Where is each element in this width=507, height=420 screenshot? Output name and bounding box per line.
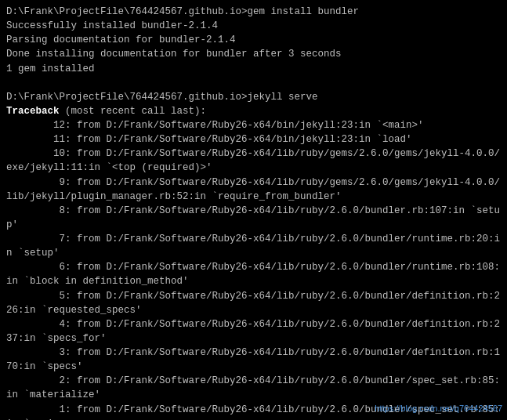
line-text: D:\Frank\ProjectFile\764424567.github.io…	[6, 92, 318, 103]
terminal-line-14: 7: from D:/Frank/Software/Ruby26-x64/lib…	[6, 232, 501, 260]
line-text: 12: from D:/Frank/Software/Ruby26-x64/bi…	[6, 120, 424, 131]
line-text: Done installing documentation for bundle…	[6, 49, 342, 60]
terminal-line-6	[6, 76, 501, 90]
terminal-line-9: 12: from D:/Frank/Software/Ruby26-x64/bi…	[6, 118, 501, 132]
terminal-line-18: 3: from D:/Frank/Software/Ruby26-x64/lib…	[6, 346, 501, 374]
line-text: 10: from D:/Frank/Software/Ruby26-x64/li…	[6, 148, 500, 173]
terminal-line-11: 10: from D:/Frank/Software/Ruby26-x64/li…	[6, 147, 501, 175]
terminal-line-17: 4: from D:/Frank/Software/Ruby26-x64/lib…	[6, 317, 501, 346]
terminal-line-3: Parsing documentation for bundler-2.1.4	[6, 33, 501, 47]
line-text: 9: from D:/Frank/Software/Ruby26-x64/lib…	[6, 177, 500, 202]
traceback-label: Traceback	[6, 106, 60, 117]
line-text: 4: from D:/Frank/Software/Ruby26-x64/lib…	[6, 319, 500, 344]
line-text: Successfully installed bundler-2.1.4	[6, 20, 218, 31]
line-text: 2: from D:/Frank/Software/Ruby26-x64/lib…	[6, 375, 500, 400]
line-text: 3: from D:/Frank/Software/Ruby26-x64/lib…	[6, 347, 500, 372]
terminal-line-1: D:\Frank\ProjectFile\764424567.github.io…	[6, 5, 501, 19]
line-text: Parsing documentation for bundler-2.1.4	[6, 34, 236, 45]
line-text: (most recent call last):	[60, 106, 207, 117]
line-text: 6: from D:/Frank/Software/Ruby26-x64/lib…	[6, 262, 500, 287]
line-text: D:\Frank\ProjectFile\764424567.github.io…	[6, 6, 359, 17]
terminal-line-13: 8: from D:/Frank/Software/Ruby26-x64/lib…	[6, 204, 501, 232]
terminal-line-10: 11: from D:/Frank/Software/Ruby26-x64/bi…	[6, 132, 501, 147]
line-text: 7: from D:/Frank/Software/Ruby26-x64/lib…	[6, 234, 500, 259]
terminal-line-12: 9: from D:/Frank/Software/Ruby26-x64/lib…	[6, 176, 501, 204]
line-text: 1 gem installed	[6, 63, 95, 74]
line-text: 5: from D:/Frank/Software/Ruby26-x64/lib…	[6, 291, 500, 316]
terminal-line-19: 2: from D:/Frank/Software/Ruby26-x64/lib…	[6, 374, 501, 402]
line-text: 8: from D:/Frank/Software/Ruby26-x64/lib…	[6, 205, 500, 230]
terminal-line-2: Successfully installed bundler-2.1.4	[6, 19, 501, 33]
line-text: 11: from D:/Frank/Software/Ruby26-x64/bi…	[6, 134, 412, 145]
terminal-line-5: 1 gem installed	[6, 62, 501, 76]
terminal-line-8: Traceback (most recent call last):	[6, 104, 501, 118]
watermark: https://blog.csdn.net/q764424567	[375, 403, 502, 415]
terminal-line-16: 5: from D:/Frank/Software/Ruby26-x64/lib…	[6, 289, 501, 317]
terminal-line-7: D:\Frank\ProjectFile\764424567.github.io…	[6, 90, 501, 104]
terminal-line-4: Done installing documentation for bundle…	[6, 47, 501, 61]
terminal-line-15: 6: from D:/Frank/Software/Ruby26-x64/lib…	[6, 260, 501, 288]
terminal-window: D:\Frank\ProjectFile\764424567.github.io…	[0, 0, 507, 420]
